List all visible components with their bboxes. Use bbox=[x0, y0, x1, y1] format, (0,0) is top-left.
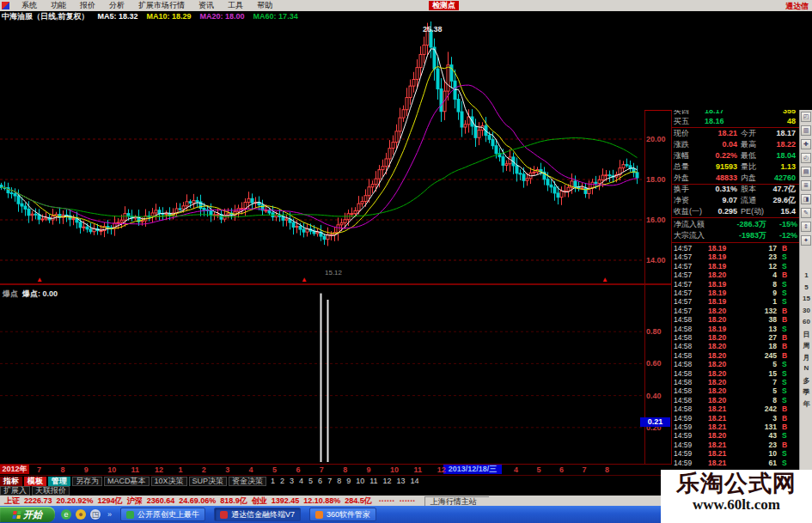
panel-tool-icon-3[interactable]: ✚ bbox=[801, 139, 811, 149]
task-button-3[interactable]: 360软件管家 bbox=[309, 508, 376, 521]
low-price-label: 15.12 bbox=[325, 269, 342, 277]
panel-tool-icon-5[interactable]: ▤ bbox=[801, 167, 811, 177]
period-button-月[interactable]: 月 bbox=[800, 353, 812, 362]
month-label: 4 bbox=[249, 465, 253, 474]
period-button-15[interactable]: 15 bbox=[800, 295, 812, 302]
tab-number-10[interactable]: 10 bbox=[353, 477, 367, 486]
tick-row[interactable]: 14:5718.204B bbox=[672, 271, 799, 279]
ma60-value: MA60: 17.34 bbox=[253, 12, 298, 21]
tick-row[interactable]: 14:5718.1912S bbox=[672, 262, 799, 271]
price-axis-tick: 18.00 bbox=[646, 175, 672, 184]
period-button-1[interactable]: 1 bbox=[800, 271, 812, 279]
tab-10X决策[interactable]: 10X决策 bbox=[151, 477, 187, 486]
tick-row[interactable]: 14:5818.207S bbox=[672, 378, 799, 386]
tab-number-8[interactable]: 8 bbox=[334, 477, 344, 486]
tab-number-14[interactable]: 14 bbox=[408, 477, 422, 486]
tick-row[interactable]: 14:5918.2161S bbox=[672, 459, 799, 467]
tab-number-9[interactable]: 9 bbox=[344, 477, 353, 486]
tick-row[interactable]: 14:5818.205S bbox=[672, 360, 799, 368]
menu-item-8[interactable]: 帮助 bbox=[250, 0, 279, 11]
quicklaunch-icon-3[interactable]: ◳ bbox=[90, 509, 101, 520]
main-candlestick-chart[interactable] bbox=[0, 21, 644, 283]
tick-row[interactable]: 14:5718.198S bbox=[672, 280, 799, 289]
task-button-1[interactable]: 公开原创史上最牛 bbox=[120, 508, 205, 521]
panel-tool-icon-7[interactable]: ◨ bbox=[801, 194, 811, 204]
tab-number-2[interactable]: 2 bbox=[278, 477, 287, 486]
tick-row[interactable]: 14:5718.20132B bbox=[672, 307, 799, 315]
tick-row[interactable]: 14:5818.1913S bbox=[672, 325, 799, 333]
tick-row[interactable]: 14:5818.2015S bbox=[672, 369, 799, 378]
tick-price: 18.21 bbox=[708, 459, 726, 467]
quote-value: 9.07 bbox=[703, 196, 737, 205]
menu-item-2[interactable]: 功能 bbox=[44, 0, 73, 11]
menu-item-7[interactable]: 工具 bbox=[221, 0, 250, 11]
tab-指标[interactable]: 指标 bbox=[0, 477, 22, 486]
tab-number-5[interactable]: 5 bbox=[306, 477, 315, 486]
period-button-多[interactable]: 多 bbox=[800, 376, 812, 386]
period-button-季[interactable]: 季 bbox=[800, 387, 812, 397]
period-button-年[interactable]: 年 bbox=[800, 399, 812, 409]
panel-tool-icon-4[interactable]: ◴ bbox=[801, 153, 811, 163]
period-button-60[interactable]: 60 bbox=[800, 318, 812, 325]
panel-tool-icon-1[interactable]: ◰ bbox=[801, 112, 811, 122]
tick-row[interactable]: 14:5918.2043S bbox=[672, 431, 799, 440]
tick-row[interactable]: 14:5918.21131B bbox=[672, 423, 799, 431]
tab-扩展入[interactable]: 扩展入 bbox=[0, 486, 30, 496]
tab-天联报价[interactable]: 天联报价 bbox=[32, 486, 70, 496]
period-button-N[interactable]: N bbox=[800, 364, 812, 372]
tab-MACD基本[interactable]: MACD基本 bbox=[104, 477, 150, 486]
tab-number-13[interactable]: 13 bbox=[394, 477, 408, 486]
index-quote-segment: 20.20.92% bbox=[57, 496, 94, 505]
tab-number-3[interactable]: 3 bbox=[287, 477, 296, 486]
tick-row[interactable]: 14:5718.191S bbox=[672, 297, 799, 306]
tick-row[interactable]: 14:5718.1923S bbox=[672, 252, 799, 261]
start-button[interactable]: 开始 bbox=[0, 507, 55, 522]
tab-模板[interactable]: 模板 bbox=[24, 477, 46, 486]
period-button-30[interactable]: 30 bbox=[800, 307, 812, 314]
tab-SUP决策[interactable]: SUP决策 bbox=[189, 477, 228, 486]
tab-number-7[interactable]: 7 bbox=[325, 477, 334, 486]
task-button-2[interactable]: 通达信金融终端V7 bbox=[214, 508, 301, 521]
panel-tool-icon-6[interactable]: ≣ bbox=[801, 180, 811, 191]
tab-number-12[interactable]: 12 bbox=[381, 477, 394, 486]
tab-资金决策[interactable]: 资金决策 bbox=[229, 477, 266, 486]
tab-number-11[interactable]: 11 bbox=[367, 477, 380, 486]
period-button-5[interactable]: 5 bbox=[800, 283, 812, 291]
tick-row[interactable]: 14:5918.213B bbox=[672, 414, 799, 423]
quicklaunch-icon-2[interactable]: ● bbox=[76, 509, 86, 520]
tick-row[interactable]: 14:5818.2027B bbox=[672, 333, 799, 342]
tick-row[interactable]: 14:5818.2038B bbox=[672, 315, 799, 324]
tick-row[interactable]: 14:5718.199S bbox=[672, 289, 799, 297]
sub-indicator-chart[interactable] bbox=[0, 286, 644, 464]
tick-row[interactable]: 14:5918.2123B bbox=[672, 441, 799, 449]
panel-tool-icon-8[interactable]: ✎ bbox=[801, 208, 811, 218]
detect-point-button[interactable]: 检测点 bbox=[429, 1, 459, 10]
quicklaunch-icon-1[interactable]: e bbox=[61, 509, 71, 520]
tick-row[interactable]: 14:5918.2110S bbox=[672, 449, 799, 458]
menu-item-1[interactable]: 系统 bbox=[15, 0, 44, 11]
tick-row[interactable]: 14:5718.1917B bbox=[672, 244, 799, 252]
tick-row[interactable]: 14:5818.20245B bbox=[672, 351, 799, 360]
tab-number-4[interactable]: 4 bbox=[296, 477, 306, 486]
tab-number-1[interactable]: 1 bbox=[268, 477, 278, 486]
tab-管理[interactable]: 管理 bbox=[48, 477, 70, 486]
menu-item-5[interactable]: 扩展市场行情 bbox=[131, 0, 192, 11]
quicklaunch-more-icon[interactable]: » bbox=[107, 510, 112, 519]
tick-row[interactable]: 14:5818.208S bbox=[672, 396, 799, 404]
menu-item-4[interactable]: 分析 bbox=[102, 0, 131, 11]
period-button-日[interactable]: 日 bbox=[800, 330, 812, 339]
tick-row[interactable]: 14:5818.2018B bbox=[672, 342, 799, 350]
flow-percent: -15% bbox=[779, 220, 797, 229]
menu-item-6[interactable]: 资讯 bbox=[192, 0, 221, 11]
menu-item-3[interactable]: 报价 bbox=[73, 0, 102, 11]
tab-number-6[interactable]: 6 bbox=[315, 477, 325, 486]
panel-tool-icon-9[interactable]: ⇕ bbox=[801, 222, 811, 232]
tick-row[interactable]: 14:5818.21242B bbox=[672, 404, 799, 413]
panel-tool-icon-10[interactable]: ✦ bbox=[801, 235, 811, 246]
period-button-周[interactable]: 周 bbox=[800, 341, 812, 350]
status-dots-icon: ▪▪▪▪▪▪ ▪▪▪▪▪▪ bbox=[379, 498, 416, 503]
quote-pair-row: 现价18.21今开18.17 bbox=[672, 129, 799, 138]
tick-row[interactable]: 14:5818.205S bbox=[672, 386, 799, 395]
tab-另存为[interactable]: 另存为 bbox=[72, 477, 102, 486]
panel-tool-icon-2[interactable]: ▥ bbox=[801, 125, 811, 136]
